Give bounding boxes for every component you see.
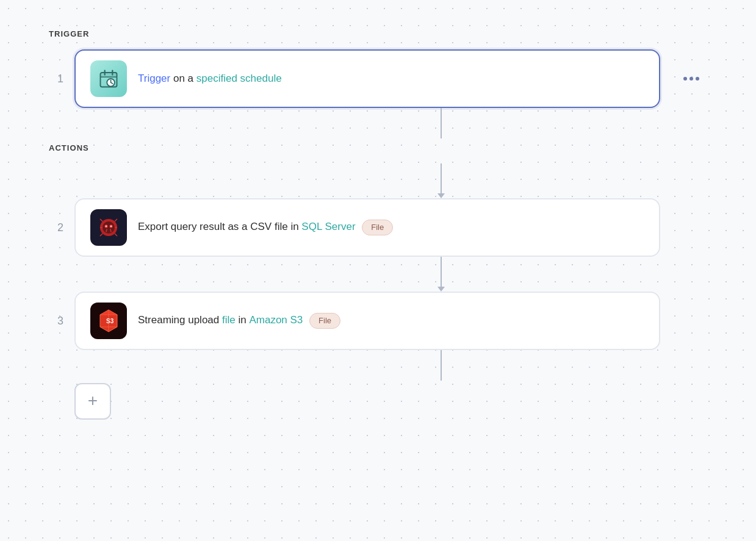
- step-2-card-text: Export query result as a CSV file in SQL…: [138, 220, 393, 235]
- connector-line-4: [441, 350, 442, 381]
- svg-rect-1: [101, 73, 117, 77]
- connector-arrow-3: [437, 287, 445, 292]
- trigger-row: 1: [49, 49, 732, 108]
- step-2-card[interactable]: Export query result as a CSV file in SQL…: [74, 198, 660, 257]
- trigger-text-middle: on a: [173, 73, 196, 84]
- trigger-more-menu[interactable]: [679, 72, 704, 85]
- connector-1: [149, 108, 732, 138]
- svg-point-18: [106, 226, 107, 227]
- connector-line-2: [441, 163, 442, 194]
- step-2-badge: File: [362, 220, 393, 235]
- connector-line-1: [441, 108, 442, 138]
- step-3-text-link1: file: [222, 314, 236, 326]
- add-step-button[interactable]: +: [74, 383, 111, 420]
- step-1-number: 1: [49, 73, 63, 85]
- step-2-number: 2: [49, 221, 63, 234]
- step-3-row: 3 S3: [49, 292, 732, 350]
- trigger-section-label: TRIGGER: [49, 29, 732, 38]
- step-2-text-prefix: Export query result as a CSV file in: [138, 221, 299, 232]
- trigger-card-text: Trigger on a specified schedule: [138, 71, 282, 86]
- connector-arrow-2: [437, 193, 445, 198]
- dot-3: [696, 77, 699, 81]
- connector-3: [149, 257, 732, 292]
- step-2-text-link: SQL Server: [301, 221, 355, 232]
- step-2-icon: [90, 209, 127, 246]
- svg-line-11: [115, 219, 117, 221]
- connector-line-3: [441, 257, 442, 287]
- add-step-icon: +: [88, 392, 98, 409]
- dot-2: [689, 77, 693, 81]
- step-3-text-link2: Amazon S3: [249, 314, 303, 326]
- trigger-card[interactable]: Trigger on a specified schedule: [74, 49, 660, 108]
- step-3-badge: File: [309, 313, 340, 329]
- svg-point-19: [110, 226, 112, 227]
- step-3-text-in: in: [238, 314, 249, 326]
- step-2-row: 2: [49, 198, 732, 257]
- step-3-card[interactable]: S3 Streaming upload file in Amazon S3 Fi…: [74, 292, 660, 350]
- connector-4: [149, 350, 732, 381]
- svg-line-12: [100, 234, 103, 236]
- step-3-number: 3: [49, 315, 63, 328]
- dot-1: [683, 77, 687, 81]
- svg-line-13: [115, 234, 117, 236]
- svg-point-9: [103, 221, 115, 234]
- step-3-icon: S3: [90, 303, 127, 339]
- trigger-text-schedule: specified schedule: [196, 73, 282, 84]
- actions-section-label: ACTIONS: [49, 143, 732, 152]
- connector-2: [149, 163, 732, 198]
- trigger-icon: [90, 60, 127, 97]
- step-3-card-text: Streaming upload file in Amazon S3 File: [138, 313, 340, 329]
- step-3-text-prefix: Streaming upload: [138, 314, 219, 326]
- svg-text:S3: S3: [106, 318, 114, 324]
- trigger-text-link: Trigger: [138, 73, 170, 84]
- svg-marker-25: [100, 310, 117, 315]
- svg-line-10: [100, 219, 103, 221]
